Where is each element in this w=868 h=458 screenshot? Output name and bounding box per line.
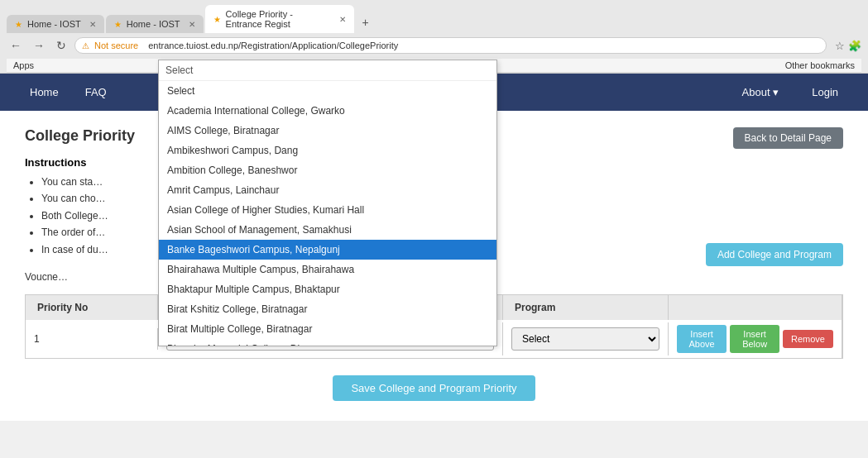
actions-cell: Insert Above Insert Below Remove (669, 320, 842, 358)
tab-close-2[interactable]: ✕ (189, 20, 195, 29)
voucher-label: Voucne… (25, 271, 68, 283)
dropdown-item-0[interactable]: Select (159, 81, 496, 101)
security-icon: ⚠ (82, 41, 89, 50)
dropdown-list[interactable]: SelectAcademia International College, Gw… (159, 81, 496, 346)
insert-above-button[interactable]: Insert Above (677, 325, 727, 353)
tab-icon-1: ★ (15, 20, 22, 29)
program-select[interactable]: Select (511, 327, 659, 351)
main-content: College Priority Back to Detail Page Ins… (0, 111, 868, 417)
dropdown-header: Select (159, 60, 496, 81)
tab-1[interactable]: ★ Home - IOST ✕ (7, 15, 104, 33)
dropdown-item-4[interactable]: Ambition College, Baneshwor (159, 160, 496, 180)
priority-cell: 1 (26, 328, 158, 350)
page: Home FAQ About ▾ Login College Priority … (0, 74, 868, 421)
tab-bar: ★ Home - IOST ✕ ★ Home - IOST ✕ ★ Colleg… (7, 5, 861, 33)
dropdown-item-8[interactable]: Banke Bageshwori Campus, Nepalgunj (159, 240, 496, 260)
dropdown-item-13[interactable]: Birendra Memorial College, Dharan (159, 339, 496, 346)
table-row: 1 Select SelectAcademia International Co… (25, 320, 843, 359)
address-bar: ← → ↻ ⚠ Not secure entrance.tuiost.edu.n… (7, 33, 861, 59)
url-display: entrance.tuiost.edu.np/Registration/Appl… (148, 41, 398, 50)
dropdown-item-10[interactable]: Bhaktapur Multiple Campus, Bhaktapur (159, 279, 496, 299)
apps-label: Apps (13, 60, 34, 70)
extensions-icon[interactable]: 🧩 (848, 40, 861, 52)
reload-button[interactable]: ↻ (53, 37, 70, 54)
tab-label-2: Home - IOST (127, 19, 180, 29)
tab-close-3[interactable]: ✕ (339, 15, 346, 24)
dropdown-item-3[interactable]: Ambikeshwori Campus, Dang (159, 141, 496, 160)
dropdown-item-11[interactable]: Birat Kshitiz College, Biratnagar (159, 299, 496, 319)
new-tab-button[interactable]: + (356, 12, 376, 33)
address-action-icons: ☆ 🧩 (835, 40, 861, 52)
dropdown-item-9[interactable]: Bhairahawa Multiple Campus, Bhairahawa (159, 260, 496, 279)
nav-about[interactable]: About ▾ (731, 76, 791, 108)
nav-home[interactable]: Home (17, 76, 72, 108)
address-input-bar[interactable]: ⚠ Not secure entrance.tuiost.edu.np/Regi… (74, 37, 827, 54)
save-button[interactable]: Save College and Program Priority (333, 375, 535, 401)
tab-label-3: College Priority - Entrance Regist (226, 9, 331, 29)
security-label: Not secure (94, 41, 138, 50)
nav-faq[interactable]: FAQ (72, 76, 120, 108)
other-bookmarks: Other bookmarks (785, 60, 855, 70)
th-program: Program (503, 295, 669, 320)
dropdown-item-2[interactable]: AIMS College, Biratnagar (159, 121, 496, 141)
college-cell: Select SelectAcademia International Coll… (158, 322, 503, 355)
dropdown-item-7[interactable]: Asian School of Management, Samakhusi (159, 220, 496, 240)
dropdown-item-1[interactable]: Academia International College, Gwarko (159, 101, 496, 121)
tab-close-1[interactable]: ✕ (89, 20, 96, 29)
dropdown-select-label: Select (165, 64, 193, 76)
tab-2[interactable]: ★ Home - IOST ✕ (106, 15, 204, 33)
nav-login[interactable]: Login (798, 76, 851, 108)
tab-icon-2: ★ (114, 20, 122, 29)
forward-nav-button[interactable]: → (30, 37, 48, 54)
remove-button[interactable]: Remove (783, 330, 833, 348)
dropdown-item-5[interactable]: Amrit Campus, Lainchaur (159, 180, 496, 200)
nav-links: Home FAQ (17, 76, 120, 108)
tab-label-1: Home - IOST (27, 19, 81, 29)
th-priority: Priority No (26, 295, 158, 320)
nav-right: About ▾ Login (731, 76, 851, 108)
back-to-detail-button[interactable]: Back to Detail Page (733, 127, 843, 149)
bookmark-icon[interactable]: ☆ (835, 40, 845, 52)
tab-icon-3: ★ (213, 15, 221, 24)
back-nav-button[interactable]: ← (7, 37, 25, 54)
college-dropdown-overlay: Select SelectAcademia International Coll… (158, 60, 497, 346)
insert-below-button[interactable]: Insert Below (730, 325, 779, 353)
tab-3[interactable]: ★ College Priority - Entrance Regist ✕ (205, 5, 354, 33)
th-actions (669, 295, 842, 320)
dropdown-item-6[interactable]: Asian College of Higher Studies, Kumari … (159, 200, 496, 220)
program-cell: Select (503, 322, 669, 355)
add-college-button[interactable]: Add College and Program (706, 243, 843, 266)
dropdown-item-12[interactable]: Birat Multiple College, Biratnagar (159, 319, 496, 339)
